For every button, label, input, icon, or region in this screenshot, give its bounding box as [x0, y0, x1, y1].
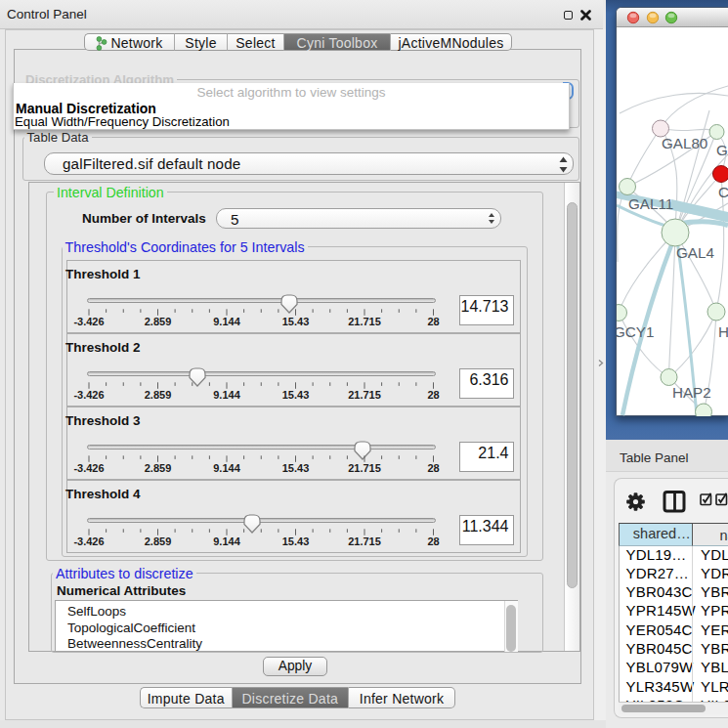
svg-text:GA: GA: [716, 142, 728, 158]
svg-text:HAP2: HAP2: [672, 384, 711, 401]
svg-text:GAL80: GAL80: [662, 135, 707, 151]
svg-text:C: C: [718, 184, 728, 200]
svg-text:GCY1: GCY1: [617, 323, 654, 340]
svg-text:GAL11: GAL11: [628, 195, 673, 212]
svg-text:H: H: [718, 323, 728, 340]
svg-text:GAL4: GAL4: [676, 244, 714, 261]
